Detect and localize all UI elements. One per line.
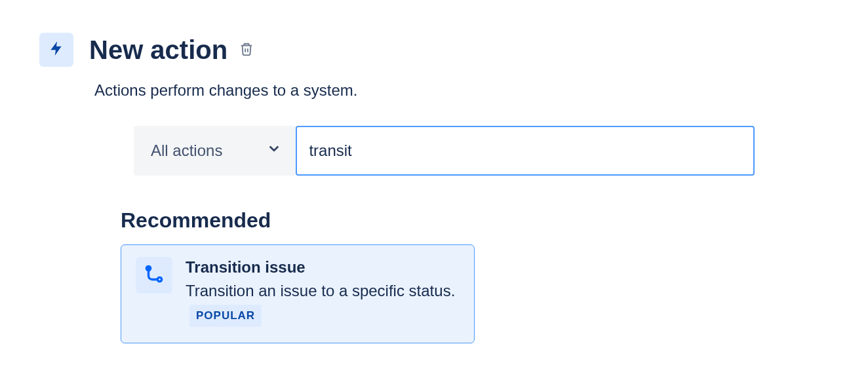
page-title: New action bbox=[89, 35, 227, 65]
card-body: Transition issue Transition an issue to … bbox=[186, 257, 460, 327]
title-wrap: New action bbox=[89, 35, 256, 65]
transition-icon bbox=[143, 263, 165, 288]
result-card-transition-issue[interactable]: Transition issue Transition an issue to … bbox=[121, 244, 475, 343]
popular-badge: POPULAR bbox=[189, 305, 262, 327]
card-title: Transition issue bbox=[186, 258, 460, 277]
card-icon-box bbox=[136, 257, 172, 294]
card-description: Transition an issue to a specific status… bbox=[186, 279, 460, 327]
card-desc-text: Transition an issue to a specific status… bbox=[186, 282, 455, 299]
header-row: New action bbox=[39, 33, 829, 67]
chevron-down-icon bbox=[267, 142, 281, 160]
page-subtitle: Actions perform changes to a system. bbox=[94, 81, 829, 100]
action-icon-box bbox=[39, 33, 73, 67]
lightning-icon bbox=[48, 38, 65, 62]
dropdown-label: All actions bbox=[151, 142, 222, 160]
filter-row: All actions bbox=[134, 126, 829, 176]
search-input[interactable] bbox=[296, 126, 755, 176]
section-heading: Recommended bbox=[121, 208, 829, 233]
trash-icon bbox=[239, 41, 254, 60]
category-dropdown[interactable]: All actions bbox=[134, 126, 296, 176]
delete-button[interactable] bbox=[237, 38, 256, 62]
